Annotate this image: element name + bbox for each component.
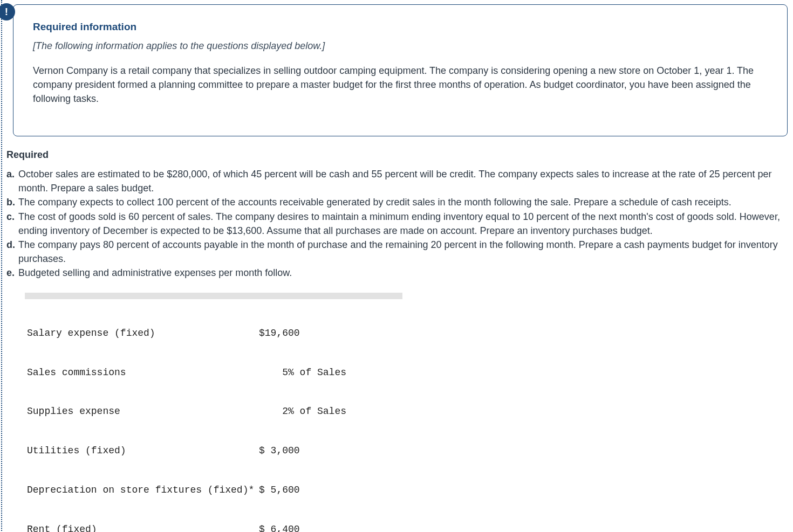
expense-label: Supplies expense xyxy=(27,405,259,418)
requirement-item: c. The cost of goods sold is 60 percent … xyxy=(5,210,793,238)
scrollbar-track-top[interactable] xyxy=(25,293,402,299)
required-heading: Required xyxy=(5,149,793,161)
requirement-marker: d. xyxy=(6,238,18,266)
requirement-item: a. October sales are estimated to be $28… xyxy=(5,167,793,195)
expense-label: Salary expense (fixed) xyxy=(27,327,259,340)
expense-row: Salary expense (fixed) $19,600 xyxy=(27,327,402,340)
requirements-list: a. October sales are estimated to be $28… xyxy=(5,167,793,280)
expense-value: $ 5,600 xyxy=(259,483,383,496)
expense-label: Sales commissions xyxy=(27,366,259,379)
required-info-box: Required information [The following info… xyxy=(13,4,788,136)
requirement-text: Budgeted selling and administrative expe… xyxy=(18,266,793,280)
requirement-item: e. Budgeted selling and administrative e… xyxy=(5,266,793,280)
expense-row: Utilities (fixed) $ 3,000 xyxy=(27,444,402,457)
required-info-title: Required information xyxy=(33,21,768,33)
requirement-item: d. The company pays 80 percent of accoun… xyxy=(5,238,793,266)
expense-label: Depreciation on store fixtures (fixed)* xyxy=(27,483,259,496)
scenario-paragraph: Vernon Company is a retail company that … xyxy=(33,64,768,106)
expense-value: 2% of Sales xyxy=(259,405,383,418)
expense-value: 5% of Sales xyxy=(259,366,383,379)
requirement-item: b. The company expects to collect 100 pe… xyxy=(5,195,793,209)
requirement-text: The cost of goods sold is 60 percent of … xyxy=(18,210,793,238)
expense-value: $19,600 xyxy=(259,327,383,340)
requirement-marker: c. xyxy=(6,210,18,238)
expense-row: Supplies expense 2% of Sales xyxy=(27,405,402,418)
expense-table: Salary expense (fixed) $19,600 Sales com… xyxy=(25,299,402,532)
applies-note: [The following information applies to th… xyxy=(33,40,768,52)
requirement-marker: a. xyxy=(6,167,18,195)
requirement-text: The company expects to collect 100 perce… xyxy=(18,195,793,209)
requirement-text: The company pays 80 percent of accounts … xyxy=(18,238,793,266)
expense-row: Sales commissions 5% of Sales xyxy=(27,366,402,379)
exclamation-icon: ! xyxy=(5,6,8,18)
expense-label: Rent (fixed) xyxy=(27,523,259,532)
expense-label: Utilities (fixed) xyxy=(27,444,259,457)
expense-value: $ 6,400 xyxy=(259,523,383,532)
expense-table-wrap: Salary expense (fixed) $19,600 Sales com… xyxy=(25,293,402,532)
expense-row: Depreciation on store fixtures (fixed)* … xyxy=(27,483,402,496)
requirement-text: October sales are estimated to be $280,0… xyxy=(18,167,793,195)
expense-value: $ 3,000 xyxy=(259,444,383,457)
expense-row: Rent (fixed) $ 6,400 xyxy=(27,523,402,532)
requirement-marker: b. xyxy=(6,195,18,209)
requirement-marker: e. xyxy=(6,266,18,280)
page-wrap: ! Required information [The following in… xyxy=(1,0,793,532)
